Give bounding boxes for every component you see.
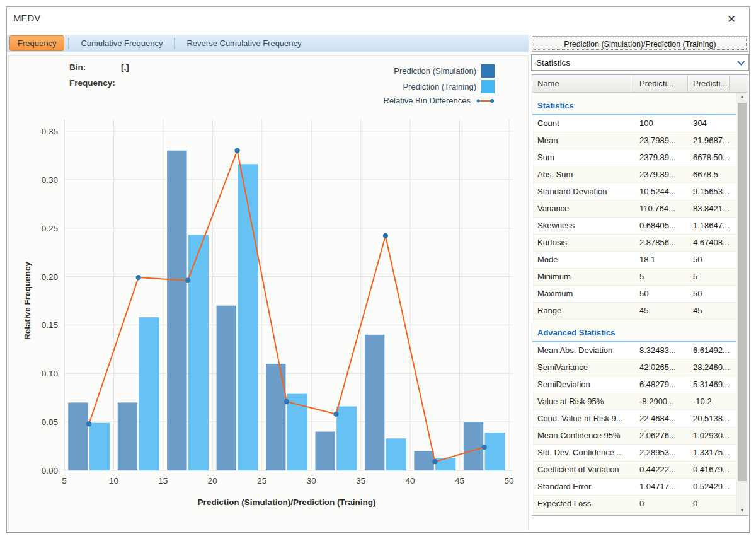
line-point-5[interactable] — [333, 412, 338, 417]
table-row-abs-sum[interactable]: Abs. Sum2379.89...6678.5 — [532, 166, 736, 183]
line-point-6[interactable] — [383, 233, 388, 238]
line-point-4[interactable] — [284, 399, 289, 404]
cell-value-1: 10.5244... — [634, 183, 688, 200]
table-row-std-dev-confidence[interactable]: Std. Dev. Confidence ...2.28953...1.3317… — [532, 445, 736, 462]
bar-training-1[interactable] — [139, 317, 159, 470]
cell-value-2: 45 — [688, 303, 730, 319]
bar-training-4[interactable] — [287, 394, 307, 470]
column-header-name[interactable]: Name — [532, 75, 634, 92]
y-axis-title: Relative Frequency — [23, 262, 32, 340]
bar-training-7[interactable] — [435, 458, 455, 470]
table-row-semideviation[interactable]: SemiDeviation6.48279...5.31469... — [532, 376, 736, 393]
x-axis-title: Prediction (Simulation)/Prediction (Trai… — [198, 497, 376, 507]
bar-training-0[interactable] — [89, 423, 110, 470]
cell-value-2: 1.33175... — [688, 445, 730, 461]
line-point-7[interactable] — [432, 459, 437, 464]
table-row-range[interactable]: Range4545 — [532, 303, 736, 320]
line-point-1[interactable] — [135, 275, 140, 280]
statistics-panel: Prediction (Simulation)/Prediction (Trai… — [531, 36, 749, 530]
cell-name: Cond. Value at Risk 9... — [532, 410, 634, 427]
table-row-standard-error[interactable]: Standard Error1.04717...0.52429... — [532, 479, 736, 496]
cell-name: Expected Loss — [532, 496, 634, 512]
cell-value-2: 6678.50... — [688, 149, 730, 166]
bar-training-5[interactable] — [336, 407, 357, 470]
cell-name: Standard Deviation — [532, 183, 634, 200]
x-tick-label: 45 — [455, 476, 464, 486]
table-row-variance[interactable]: Variance110.764...83.8421... — [532, 201, 736, 218]
cell-name: Coefficient of Variation — [532, 462, 634, 478]
tab-cumulative-frequency[interactable]: Cumulative Frequency — [73, 36, 170, 50]
series-pair-button[interactable]: Prediction (Simulation)/Prediction (Trai… — [532, 36, 748, 52]
window-title: MEDV — [13, 13, 40, 23]
bar-training-8[interactable] — [485, 433, 505, 470]
cell-value-2: 28.2460... — [688, 359, 730, 376]
cell-name: Mean — [532, 132, 634, 149]
table-row-kurtosis[interactable]: Kurtosis2.87856...4.67408... — [532, 235, 736, 252]
cell-value-2: 0.52429... — [688, 479, 730, 495]
bar-training-3[interactable] — [238, 164, 258, 470]
table-row-mode[interactable]: Mode18.150 — [532, 252, 736, 269]
bar-training-6[interactable] — [386, 438, 406, 470]
column-header-prediction-2[interactable]: Predicti... — [688, 75, 730, 92]
table-row-value-at-risk-95[interactable]: Value at Risk 95%-8.2900...-10.2 — [532, 393, 736, 410]
scroll-down-icon[interactable]: ▼ — [736, 506, 748, 515]
table-row-coefficient-of-variation[interactable]: Coefficient of Variation0.44222...0.4167… — [532, 462, 736, 479]
column-header-prediction-1[interactable]: Predicti... — [634, 75, 688, 92]
bar-simulation-8[interactable] — [464, 422, 483, 470]
scrollbar-thumb[interactable] — [738, 103, 747, 481]
bar-simulation-6[interactable] — [365, 335, 384, 470]
statistics-dropdown[interactable]: Statistics — [531, 54, 749, 71]
line-point-3[interactable] — [234, 148, 239, 153]
close-icon[interactable]: ✕ — [724, 12, 739, 27]
cell-value-2: 50 — [688, 252, 730, 268]
table-row-mean-confidence-95[interactable]: Mean Confidence 95%2.06276...1.02930... — [532, 428, 736, 445]
table-row-count[interactable]: Count100304 — [532, 115, 736, 132]
cell-value-2: 1.18647... — [688, 218, 730, 234]
bar-simulation-1[interactable] — [118, 402, 137, 470]
table-row-skewness[interactable]: Skewness0.68405...1.18647... — [532, 218, 736, 235]
x-tick-label: 30 — [307, 476, 316, 486]
cell-name: Std. Dev. Confidence ... — [532, 445, 634, 461]
table-row-sum[interactable]: Sum2379.89...6678.50... — [532, 149, 736, 166]
line-point-0[interactable] — [86, 421, 91, 426]
legend-label-simulation: Prediction (Simulation) — [394, 66, 476, 76]
tab-reverse-cumulative-frequency[interactable]: Reverse Cumulative Frequency — [179, 36, 309, 50]
table-row-cond-value-at-risk-9[interactable]: Cond. Value at Risk 9...22.4684...20.513… — [532, 410, 736, 428]
table-row-expected-loss[interactable]: Expected Loss00 — [532, 496, 736, 513]
table-row-standard-deviation[interactable]: Standard Deviation10.5244...9.15653... — [532, 183, 736, 201]
table-row-minimum[interactable]: Minimum55 — [532, 269, 736, 286]
cell-value-1: 2379.89... — [634, 149, 688, 166]
tab-separator — [174, 38, 175, 49]
table-row-semivariance[interactable]: SemiVariance42.0265...28.2460... — [532, 359, 736, 376]
table-scrollbar[interactable]: ▲ ▼ — [736, 93, 748, 515]
chevron-down-icon[interactable] — [733, 57, 748, 68]
cell-value-2: 4.67408... — [688, 235, 730, 251]
cell-value-1: 6.48279... — [634, 376, 688, 393]
line-point-8[interactable] — [482, 445, 487, 450]
bar-simulation-2[interactable] — [167, 151, 186, 470]
bar-simulation-0[interactable] — [68, 402, 88, 470]
section-header: Statistics — [532, 93, 736, 115]
bar-simulation-3[interactable] — [217, 306, 236, 470]
legend-item-relative-bin-differences: Relative Bin Differences — [384, 96, 495, 105]
y-tick-label: 0.10 — [42, 369, 58, 378]
legend-line-icon — [476, 98, 495, 104]
cell-value-1: 0.44222... — [634, 462, 688, 478]
cell-value-2: 304 — [688, 115, 730, 132]
tab-frequency[interactable]: Frequency — [9, 35, 64, 51]
y-tick-label: 0.30 — [42, 175, 58, 185]
y-tick-label: 0.20 — [42, 272, 58, 282]
bar-simulation-5[interactable] — [315, 432, 335, 470]
x-tick-label: 10 — [109, 476, 118, 486]
cell-value-1: 2.28953... — [634, 445, 688, 461]
y-tick-label: 0.05 — [42, 417, 58, 427]
scroll-up-icon[interactable]: ▲ — [736, 93, 748, 102]
table-row-mean-abs-deviation[interactable]: Mean Abs. Deviation8.32483...6.61492... — [532, 342, 736, 359]
table-row-maximum[interactable]: Maximum5050 — [532, 286, 736, 303]
bar-simulation-7[interactable] — [414, 451, 433, 470]
cell-name: Kurtosis — [532, 235, 634, 251]
cell-value-1: 50 — [634, 286, 688, 302]
table-row-mean[interactable]: Mean23.7989...21.9687... — [532, 132, 736, 149]
medv-window: MEDV ✕ Frequency Cumulative Frequency Re… — [6, 6, 750, 533]
line-point-2[interactable] — [185, 278, 190, 283]
